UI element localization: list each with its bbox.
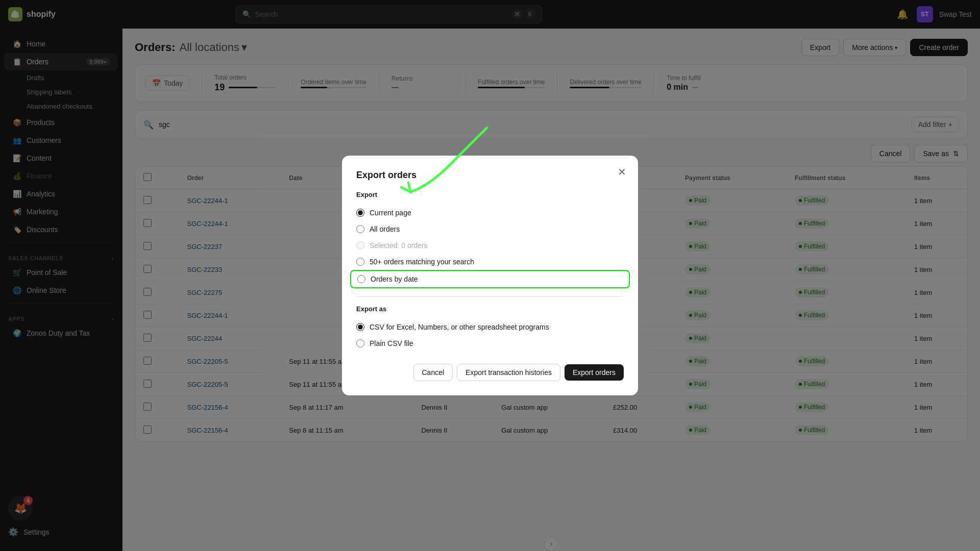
radio-current-page-input[interactable]: [356, 209, 364, 217]
modal-footer: Cancel Export transaction histories Expo…: [356, 364, 624, 381]
radio-matching-search[interactable]: 50+ orders matching your search: [356, 254, 624, 270]
export-transaction-histories-button[interactable]: Export transaction histories: [457, 364, 560, 381]
radio-current-page[interactable]: Current page: [356, 205, 624, 221]
export-as-label: Export as: [356, 305, 624, 313]
radio-csv-excel[interactable]: CSV for Excel, Numbers, or other spreads…: [356, 319, 624, 335]
modal-overlay[interactable]: Export orders ✕ Export Current page All …: [0, 0, 980, 551]
radio-all-orders[interactable]: All orders: [356, 221, 624, 237]
modal-cancel-button[interactable]: Cancel: [413, 364, 453, 381]
radio-csv-excel-input[interactable]: [356, 323, 364, 331]
radio-plain-csv-input[interactable]: [356, 339, 364, 347]
export-section-label: Export: [356, 191, 624, 198]
arrow-annotation: [373, 115, 516, 217]
radio-matching-search-input[interactable]: [356, 258, 364, 266]
radio-plain-csv[interactable]: Plain CSV file: [356, 335, 624, 352]
radio-selected-orders-input: [356, 241, 364, 249]
modal-title: Export orders: [356, 170, 624, 181]
modal-divider: [356, 296, 624, 297]
radio-orders-by-date[interactable]: Orders by date: [350, 270, 630, 288]
export-orders-button[interactable]: Export orders: [565, 364, 624, 381]
export-orders-modal: Export orders ✕ Export Current page All …: [342, 156, 638, 395]
radio-orders-by-date-input[interactable]: [357, 275, 365, 283]
modal-close-button[interactable]: ✕: [614, 164, 630, 180]
radio-all-orders-input[interactable]: [356, 225, 364, 233]
radio-selected-orders[interactable]: Selected: 0 orders: [356, 237, 624, 254]
